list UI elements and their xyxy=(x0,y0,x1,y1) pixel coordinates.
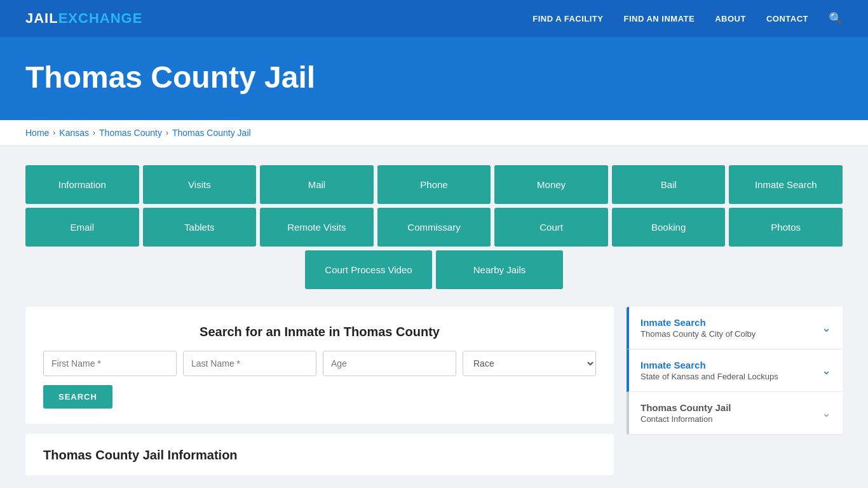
chevron-down-icon-1: ⌄ xyxy=(822,321,831,335)
btn-remote-visits[interactable]: Remote Visits xyxy=(260,208,374,247)
race-select[interactable]: Race White Black Hispanic Asian Other xyxy=(463,351,596,376)
info-section: Thomas County Jail Information xyxy=(25,434,614,475)
search-button[interactable]: SEARCH xyxy=(43,385,112,409)
btn-visits[interactable]: Visits xyxy=(143,165,257,204)
breadcrumb-sep-2: › xyxy=(93,128,95,137)
button-grid-row2: Email Tablets Remote Visits Commissary C… xyxy=(25,208,843,247)
sidebar-card-1[interactable]: Inmate Search Thomas County & City of Co… xyxy=(627,307,843,349)
search-title: Search for an Inmate in Thomas County xyxy=(43,325,596,339)
nav-find-inmate[interactable]: FIND AN INMATE xyxy=(623,14,695,24)
navbar: JAIL EXCHANGE FIND A FACILITY FIND AN IN… xyxy=(0,0,868,37)
nav-links: FIND A FACILITY FIND AN INMATE ABOUT CON… xyxy=(532,11,843,25)
breadcrumb-kansas[interactable]: Kansas xyxy=(59,128,89,138)
logo-jail: JAIL xyxy=(25,10,58,27)
sidebar-card-1-text: Inmate Search Thomas County & City of Co… xyxy=(641,317,756,339)
btn-nearby-jails[interactable]: Nearby Jails xyxy=(436,250,563,289)
breadcrumb-bar: Home › Kansas › Thomas County › Thomas C… xyxy=(0,120,868,146)
btn-information[interactable]: Information xyxy=(25,165,139,204)
last-name-input[interactable] xyxy=(183,351,316,376)
breadcrumb: Home › Kansas › Thomas County › Thomas C… xyxy=(25,128,843,138)
sidebar-card-2-subtitle: State of Kansas and Federal Lockups xyxy=(641,372,778,381)
btn-mail[interactable]: Mail xyxy=(260,165,374,204)
search-fields: Race White Black Hispanic Asian Other xyxy=(43,351,596,376)
sidebar-card-3-subtitle: Contact Information xyxy=(641,414,731,424)
breadcrumb-sep-1: › xyxy=(53,128,55,137)
btn-photos[interactable]: Photos xyxy=(729,208,843,247)
logo-exchange: EXCHANGE xyxy=(58,10,143,27)
btn-court-process-video[interactable]: Court Process Video xyxy=(305,250,432,289)
btn-booking[interactable]: Booking xyxy=(612,208,726,247)
logo[interactable]: JAIL EXCHANGE xyxy=(25,10,142,27)
button-grid-row1: Information Visits Mail Phone Money Bail… xyxy=(25,165,843,204)
btn-bail[interactable]: Bail xyxy=(612,165,726,204)
search-icon[interactable]: 🔍 xyxy=(829,11,843,25)
sidebar-card-3[interactable]: Thomas County Jail Contact Information ⌄ xyxy=(627,392,843,435)
breadcrumb-current: Thomas County Jail xyxy=(172,128,251,138)
lower-section: Search for an Inmate in Thomas County Ra… xyxy=(25,307,843,475)
chevron-down-icon-2: ⌄ xyxy=(822,363,831,377)
sidebar-card-1-subtitle: Thomas County & City of Colby xyxy=(641,329,756,339)
breadcrumb-home[interactable]: Home xyxy=(25,128,49,138)
nav-contact[interactable]: CONTACT xyxy=(766,14,808,24)
sidebar-card-1-title: Inmate Search xyxy=(641,317,756,328)
left-column: Search for an Inmate in Thomas County Ra… xyxy=(25,307,614,475)
first-name-input[interactable] xyxy=(43,351,177,376)
btn-phone[interactable]: Phone xyxy=(377,165,491,204)
sidebar-card-2-text: Inmate Search State of Kansas and Federa… xyxy=(641,360,778,381)
sidebar-card-3-text: Thomas County Jail Contact Information xyxy=(641,402,731,424)
sidebar-card-3-title: Thomas County Jail xyxy=(641,402,731,413)
nav-about[interactable]: ABOUT xyxy=(715,14,746,24)
sidebar: Inmate Search Thomas County & City of Co… xyxy=(627,307,843,435)
search-box: Search for an Inmate in Thomas County Ra… xyxy=(25,307,614,424)
sidebar-card-2[interactable]: Inmate Search State of Kansas and Federa… xyxy=(627,349,843,392)
info-title: Thomas County Jail Information xyxy=(43,448,596,463)
hero-section: Thomas County Jail xyxy=(0,37,868,120)
main-content: Information Visits Mail Phone Money Bail… xyxy=(0,146,868,488)
btn-email[interactable]: Email xyxy=(25,208,139,247)
btn-money[interactable]: Money xyxy=(494,165,608,204)
btn-court[interactable]: Court xyxy=(494,208,608,247)
btn-inmate-search[interactable]: Inmate Search xyxy=(729,165,843,204)
btn-commissary[interactable]: Commissary xyxy=(377,208,491,247)
chevron-down-icon-3: ⌄ xyxy=(822,406,831,420)
sidebar-card-2-title: Inmate Search xyxy=(641,360,778,370)
age-input[interactable] xyxy=(323,351,456,376)
button-grid-row3: Court Process Video Nearby Jails xyxy=(25,250,843,289)
breadcrumb-thomas-county[interactable]: Thomas County xyxy=(99,128,162,138)
btn-tablets[interactable]: Tablets xyxy=(143,208,257,247)
breadcrumb-sep-3: › xyxy=(166,128,168,137)
nav-find-facility[interactable]: FIND A FACILITY xyxy=(532,14,603,24)
page-title: Thomas County Jail xyxy=(25,60,843,95)
